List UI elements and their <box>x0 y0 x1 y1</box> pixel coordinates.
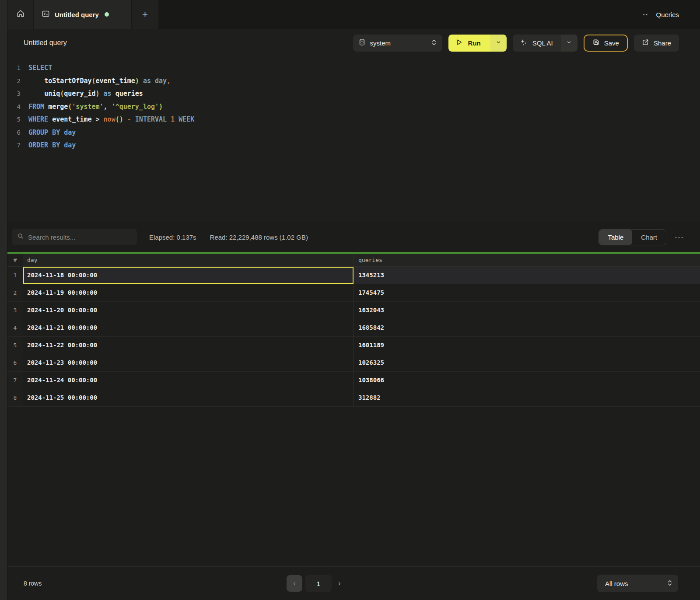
updown-chevron-icon <box>667 579 673 588</box>
results-toolbar: Elapsed: 0.137s Read: 22,229,488 rows (1… <box>7 222 700 252</box>
code-line[interactable]: 2 toStartOfDay(event_time) as day, <box>7 75 700 88</box>
tab-table[interactable]: Table <box>599 230 632 245</box>
cell-day[interactable]: 2024-11-22 00:00:00 <box>23 337 354 354</box>
table-row[interactable]: 22024-11-19 00:00:001745475 <box>7 284 700 302</box>
row-number: 7 <box>7 372 23 389</box>
code-token: GROUP <box>28 129 48 136</box>
column-header-queries[interactable]: queries <box>354 254 700 266</box>
code-token: , <box>104 103 112 111</box>
elapsed-stat: Elapsed: 0.137s <box>149 234 196 241</box>
run-button-group: Run <box>448 35 507 52</box>
cell-day[interactable]: 2024-11-23 00:00:00 <box>23 354 354 371</box>
row-number: 2 <box>7 284 23 301</box>
line-number: 6 <box>7 126 21 140</box>
code-lines: 1SELECT2 toStartOfDay(event_time) as day… <box>7 62 700 152</box>
code-token <box>175 115 178 123</box>
share-button[interactable]: Share <box>634 35 679 52</box>
code-content: FROM merge('system', '^query_log') <box>21 101 163 114</box>
column-header-day[interactable]: day <box>23 254 354 266</box>
results-empty-area <box>7 407 700 567</box>
code-token <box>100 90 104 98</box>
search-input[interactable] <box>28 234 132 241</box>
cell-queries[interactable]: 1745475 <box>354 284 700 301</box>
new-tab-button[interactable]: + <box>131 0 158 29</box>
cell-queries[interactable]: 1601189 <box>354 337 700 354</box>
code-token: event_time <box>52 115 91 123</box>
code-token <box>123 115 127 123</box>
code-token <box>60 141 64 149</box>
table-row[interactable]: 52024-11-22 00:00:001601189 <box>7 337 700 354</box>
tab-chart[interactable]: Chart <box>632 230 666 245</box>
share-label: Share <box>654 39 671 47</box>
prev-page-button[interactable]: ‹ <box>287 575 302 592</box>
code-token: WHERE <box>28 115 48 123</box>
terminal-icon <box>42 10 50 20</box>
code-token: ( <box>60 90 64 98</box>
run-options-button[interactable] <box>490 35 507 52</box>
search-box[interactable] <box>12 229 137 245</box>
table-row[interactable]: 72024-11-24 00:00:001038066 <box>7 372 700 389</box>
cell-day[interactable]: 2024-11-20 00:00:00 <box>23 302 354 319</box>
table-row[interactable]: 42024-11-21 00:00:001685842 <box>7 319 700 337</box>
code-token: - <box>127 115 131 123</box>
code-token <box>151 77 155 85</box>
home-button[interactable] <box>7 0 34 29</box>
table-header-row: # day queries <box>7 254 700 267</box>
queries-button[interactable]: ·· Queries <box>643 0 700 29</box>
cell-queries[interactable]: 1345213 <box>354 267 700 284</box>
code-token: '^query_log' <box>112 103 159 111</box>
table-row[interactable]: 12024-11-18 00:00:001345213 <box>7 267 700 284</box>
code-line[interactable]: 5WHERE event_time > now() - INTERVAL 1 W… <box>7 113 700 126</box>
next-page-button[interactable]: › <box>335 579 344 588</box>
cell-queries[interactable]: 312882 <box>354 389 700 406</box>
results-table: # day queries 12024-11-18 00:00:00134521… <box>7 254 700 407</box>
table-row[interactable]: 62024-11-23 00:00:001026325 <box>7 354 700 372</box>
code-line[interactable]: 7ORDER BY day <box>7 139 700 152</box>
cell-queries[interactable]: 1632043 <box>354 302 700 319</box>
chevron-right-icon: › <box>338 579 341 587</box>
code-token <box>28 77 44 85</box>
database-icon <box>358 38 366 47</box>
tab-untitled-query[interactable]: Untitled query <box>34 0 131 29</box>
code-token: ) <box>159 103 163 111</box>
code-line[interactable]: 3 uniq(query_id) as queries <box>7 87 700 101</box>
code-token: as <box>104 90 112 98</box>
save-button[interactable]: Save <box>584 35 628 52</box>
code-line[interactable]: 1SELECT <box>7 62 700 75</box>
code-token: query_id <box>64 90 95 98</box>
code-token <box>139 77 143 85</box>
chevron-down-icon <box>566 39 572 46</box>
code-token: 1 <box>171 115 175 123</box>
line-number: 7 <box>7 139 21 152</box>
cell-queries[interactable]: 1026325 <box>354 354 700 371</box>
table-row[interactable]: 32024-11-20 00:00:001632043 <box>7 302 700 319</box>
row-number: 5 <box>7 337 23 354</box>
sql-ai-button[interactable]: SQL AI <box>513 35 561 52</box>
sql-ai-options-button[interactable] <box>561 35 578 52</box>
code-token: WEEK <box>178 115 194 123</box>
main-area: Untitled query + ·· Queries Untitled que… <box>7 0 700 600</box>
code-line[interactable]: 6GROUP BY day <box>7 126 700 140</box>
cell-day[interactable]: 2024-11-18 00:00:00 <box>23 267 354 284</box>
cell-queries[interactable]: 1685842 <box>354 319 700 336</box>
cell-day[interactable]: 2024-11-24 00:00:00 <box>23 372 354 389</box>
code-token: ( <box>68 103 72 111</box>
sparkles-icon <box>520 38 528 48</box>
code-token <box>48 115 52 123</box>
cell-day[interactable]: 2024-11-21 00:00:00 <box>23 319 354 336</box>
sql-editor[interactable]: 1SELECT2 toStartOfDay(event_time) as day… <box>7 57 700 222</box>
plus-icon: + <box>142 9 148 20</box>
current-page-button[interactable]: 1 <box>305 575 332 592</box>
table-row[interactable]: 82024-11-25 00:00:00312882 <box>7 389 700 407</box>
more-menu-icon[interactable]: ··· <box>674 231 685 243</box>
cell-day[interactable]: 2024-11-19 00:00:00 <box>23 284 354 301</box>
cell-day[interactable]: 2024-11-25 00:00:00 <box>23 389 354 406</box>
code-line[interactable]: 4FROM merge('system', '^query_log') <box>7 101 700 114</box>
page-size-select[interactable]: All rows <box>597 575 678 592</box>
code-token <box>48 141 52 149</box>
run-button[interactable]: Run <box>448 35 490 52</box>
database-select[interactable]: system <box>353 35 442 52</box>
cell-queries[interactable]: 1038066 <box>354 372 700 389</box>
chevron-left-icon: ‹ <box>293 579 296 587</box>
code-token: FROM <box>28 103 44 111</box>
